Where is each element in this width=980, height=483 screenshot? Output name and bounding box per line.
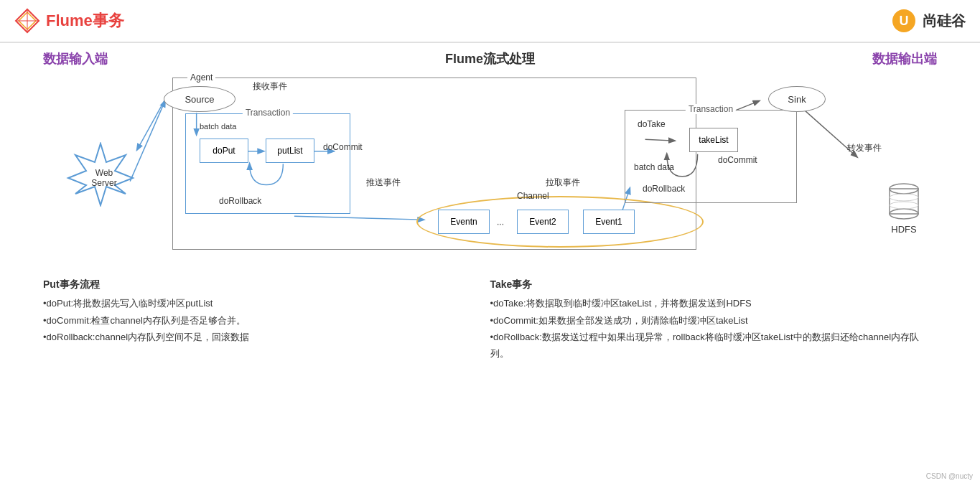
put-item-1: •doPut:将批数据先写入临时缓冲区putList xyxy=(43,295,490,311)
right-logo-area: U 尚硅谷 xyxy=(888,8,966,34)
doput-box: doPut xyxy=(200,139,248,163)
put-item-2: •doCommit:检查channel内存队列是否足够合并。 xyxy=(43,312,490,329)
event-dots: ··· xyxy=(497,219,504,229)
take-description: Take事务 •doTake:将数据取到临时缓冲区takeList，并将数据发送… xyxy=(490,276,938,362)
takelist-box: takeList xyxy=(689,128,738,152)
put-description: Put事务流程 •doPut:将批数据先写入临时缓冲区putList •doCo… xyxy=(43,276,490,362)
hdfs-cylinder-icon xyxy=(887,182,921,221)
put-title: Put事务流程 xyxy=(43,276,490,294)
svg-point-20 xyxy=(890,194,918,201)
transaction-right-label: Transaction xyxy=(686,104,736,114)
event-2-box: Event2 xyxy=(517,210,569,234)
pull-event-label: 拉取事件 xyxy=(546,177,580,189)
take-title: Take事务 xyxy=(490,276,938,294)
sink-label: Sink xyxy=(788,94,806,105)
event-n-box: Eventn xyxy=(438,210,490,234)
center-section-label: Flume流式处理 xyxy=(445,50,535,67)
svg-point-21 xyxy=(890,202,918,209)
header: Flume事务 U 尚硅谷 xyxy=(0,0,980,43)
diamond-icon xyxy=(14,8,40,34)
batch-data-right-label: batch data xyxy=(634,162,674,172)
transaction-left-box: Transaction xyxy=(185,113,350,214)
logo-area: Flume事务 xyxy=(14,8,124,34)
docommit-right-label: doCommit xyxy=(718,155,757,165)
svg-text:U: U xyxy=(900,14,909,28)
take-item-2: •doCommit:如果数据全部发送成功，则清除临时缓冲区takeList xyxy=(490,312,938,329)
description-area: Put事务流程 •doPut:将批数据先写入临时缓冲区putList •doCo… xyxy=(14,271,966,362)
event-1-box: Event1 xyxy=(583,210,635,234)
dorollback-right-label: doRollback xyxy=(643,184,685,194)
left-section-label: 数据输入端 xyxy=(43,50,108,67)
svg-line-15 xyxy=(137,100,165,150)
doput-label: doPut xyxy=(213,146,235,156)
diagram-area: Agent Source batch data 接收事件 Transaction… xyxy=(29,70,951,271)
takelist-label: takeList xyxy=(699,135,728,145)
take-item-3: •doRollback:数据发送过程中如果出现异常，rollback将临时缓冲区… xyxy=(490,329,938,362)
dotake-label: doTake xyxy=(638,119,666,129)
receive-event-label: 接收事件 xyxy=(253,80,287,93)
take-item-1: •doTake:将数据取到临时缓冲区takeList，并将数据发送到HDFS xyxy=(490,295,938,311)
source-ellipse: Source xyxy=(164,86,235,112)
transaction-left-label: Transaction xyxy=(243,108,293,118)
putlist-label: putList xyxy=(277,146,302,156)
right-section-label: 数据输出端 xyxy=(872,50,937,67)
page-title: Flume事务 xyxy=(46,10,124,32)
hdfs-area: HDFS xyxy=(887,182,921,235)
event1-label: Event1 xyxy=(595,217,622,227)
push-event-label: 推送事件 xyxy=(366,177,401,189)
agent-label: Agent xyxy=(187,72,215,83)
channel-label: Channel xyxy=(517,191,549,201)
dorollback-left-label: doRollback xyxy=(219,196,261,206)
ulogo-icon: U xyxy=(888,8,920,34)
right-logo-text: 尚硅谷 xyxy=(923,11,966,31)
webserver-label: WebServer xyxy=(72,149,136,207)
event2-label: Event2 xyxy=(529,217,556,227)
hdfs-label: HDFS xyxy=(891,224,916,235)
source-label: Source xyxy=(185,94,214,105)
webserver-text: WebServer xyxy=(91,168,116,188)
eventn-label: Eventn xyxy=(450,217,477,227)
watermark: CSDN @nucty xyxy=(926,472,973,480)
forward-event-label: 转发事件 xyxy=(847,142,882,154)
docommit-left-label: doCommit xyxy=(323,142,363,152)
put-item-3: •doRollback:channel内存队列空间不足，回滚数据 xyxy=(43,329,490,345)
sink-ellipse: Sink xyxy=(768,86,826,112)
putlist-box: putList xyxy=(266,139,314,163)
main-area: 数据输入端 Flume流式处理 数据输出端 xyxy=(0,43,980,483)
section-labels: 数据输入端 Flume流式处理 数据输出端 xyxy=(14,43,966,70)
